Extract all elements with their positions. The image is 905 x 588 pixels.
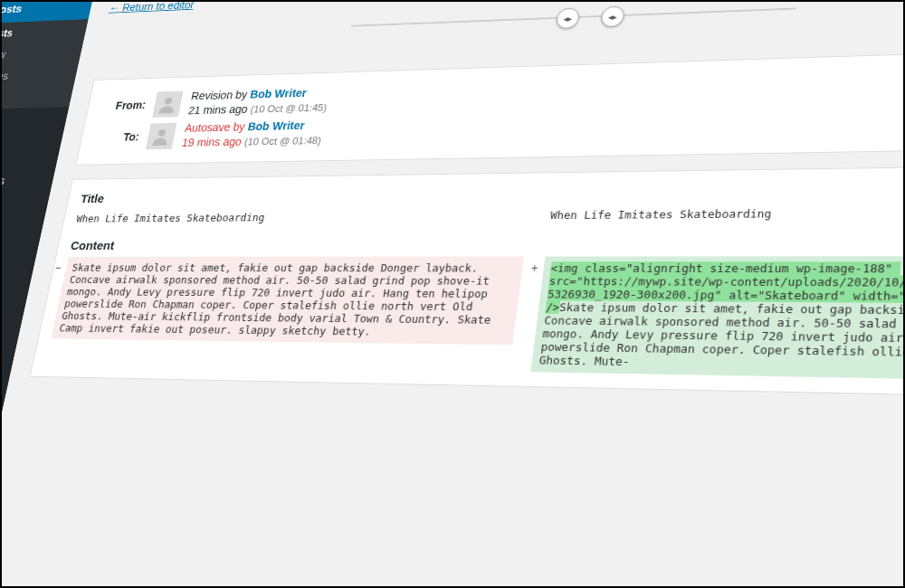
menu-appearance[interactable]: 🖌Appearance [0,204,48,233]
avatar [146,123,177,149]
revision-slider[interactable]: ◂▸ ◂▸ [351,8,796,27]
return-to-editor-link[interactable]: ← Return to editor [109,0,195,14]
menu-pages[interactable]: 📄Pages [0,136,62,167]
from-label: From: [100,99,147,112]
main-content: Help ▾ Compare Revisions of "When Life I… [0,0,905,588]
revision-meta: From: Revision by Bob Writer 21 mins ago… [75,48,905,166]
slider-handle-to[interactable]: ◂▸ [600,5,625,27]
diff-title-heading: Title [80,179,905,204]
avatar [152,91,183,118]
to-label: To: [93,130,141,144]
diff-content-right: <img class="alignright size-medium wp-im… [530,256,905,382]
menu-comments[interactable]: 💬Comments [0,165,56,196]
diff-panel: Title When Life Imitates Skateboarding W… [30,164,905,398]
from-author: Bob Writer [249,87,308,100]
diff-title-left: When Life Imitates Skateboarding [75,209,529,224]
diff-title-right: When Life Imitates Skateboarding [549,204,905,222]
to-author: Bob Writer [247,119,306,132]
slider-handle-from[interactable]: ◂▸ [555,8,579,29]
diff-content-left: Skate ipsum dolor sit amet, fakie out ga… [51,256,524,345]
menu-media[interactable]: 🖼Media [0,107,69,138]
